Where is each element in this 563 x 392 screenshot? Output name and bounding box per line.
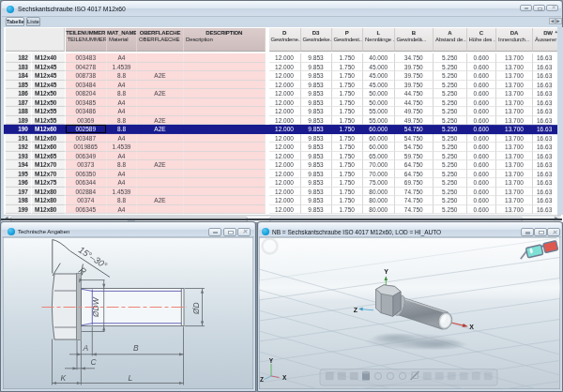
svg-text:Z: Z [260,376,264,383]
svg-text:B: B [133,343,139,353]
svg-text:Y: Y [269,357,274,364]
svg-text:ØDW: ØDW [91,296,100,318]
svg-text:A: A [83,343,89,353]
svg-text:K: K [61,373,67,383]
svg-text:Y: Y [384,268,388,275]
svg-text:X: X [469,324,474,330]
svg-text:L: L [129,373,133,383]
svg-text:Z: Z [354,307,358,313]
svg-text:ØD: ØD [191,302,201,315]
svg-text:X: X [282,374,287,381]
svg-text:C: C [91,357,98,367]
